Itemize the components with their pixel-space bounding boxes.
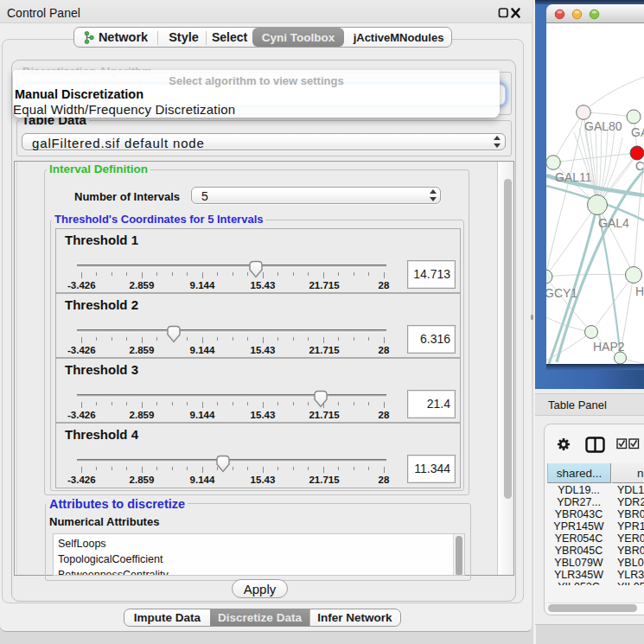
svg-text:H: H — [635, 284, 644, 298]
svg-text:HAP2: HAP2 — [593, 340, 625, 354]
svg-text:GAL80: GAL80 — [584, 119, 622, 133]
svg-text:CA: CA — [635, 159, 644, 173]
svg-text:GAL4: GAL4 — [598, 216, 629, 230]
svg-text:GCY1: GCY1 — [546, 286, 577, 300]
svg-text:GA: GA — [631, 125, 644, 139]
svg-text:GAL11: GAL11 — [555, 170, 592, 184]
